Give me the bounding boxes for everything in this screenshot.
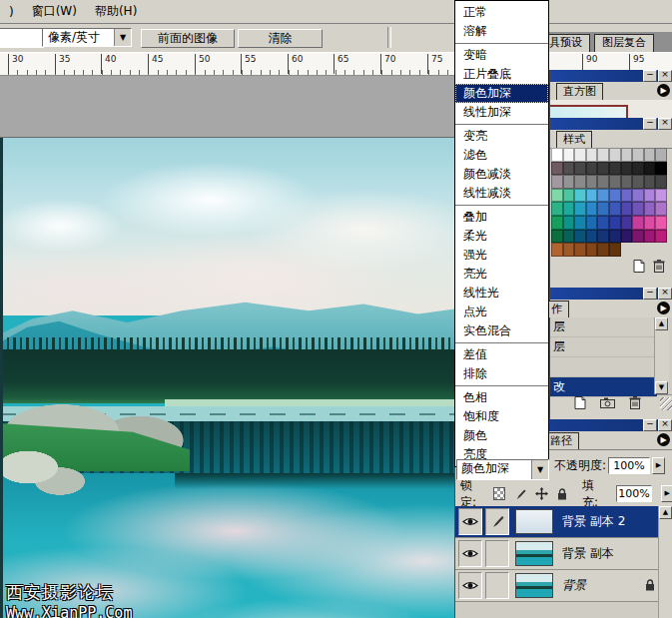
chevron-down-icon[interactable]: ▼: [114, 29, 131, 46]
blend-mode-option[interactable]: 线性加深: [455, 103, 548, 122]
panel-menu-icon[interactable]: ▶: [657, 302, 670, 314]
camera-icon[interactable]: [600, 397, 615, 408]
panel-resize-grip[interactable]: [660, 397, 672, 410]
swatch[interactable]: [586, 243, 598, 257]
swatch[interactable]: [574, 216, 586, 230]
swatch[interactable]: [574, 162, 586, 176]
swatch[interactable]: [655, 175, 667, 189]
panel-menu-icon[interactable]: ▶: [657, 433, 670, 446]
swatch[interactable]: [621, 202, 633, 216]
scroll-up-icon[interactable]: ▲: [659, 506, 672, 519]
history-item[interactable]: [550, 357, 657, 377]
blend-mode-option[interactable]: 排除: [455, 364, 548, 383]
blend-mode-option[interactable]: 颜色加深: [455, 84, 548, 103]
clear-button[interactable]: 清除: [238, 29, 323, 48]
new-document-icon[interactable]: [574, 396, 586, 409]
swatch[interactable]: [644, 230, 656, 244]
blend-mode-option[interactable]: 正常: [455, 3, 548, 22]
layer-thumbnail[interactable]: [515, 573, 553, 598]
tab-histogram[interactable]: 直方图: [556, 83, 603, 100]
swatch[interactable]: [609, 162, 621, 176]
swatch[interactable]: [563, 202, 575, 216]
swatch[interactable]: [632, 202, 644, 216]
blend-mode-option[interactable]: 变暗: [455, 46, 548, 65]
blend-mode-option[interactable]: 柔光: [455, 227, 548, 246]
swatch[interactable]: [574, 230, 586, 244]
swatch[interactable]: [632, 148, 644, 162]
blend-mode-option[interactable]: 线性光: [455, 284, 548, 303]
swatch[interactable]: [609, 189, 621, 203]
visibility-eye-icon[interactable]: [458, 540, 482, 567]
front-image-button[interactable]: 前面的图像: [141, 29, 235, 48]
chevron-down-icon[interactable]: ▼: [531, 460, 548, 479]
swatch[interactable]: [563, 162, 575, 176]
lock-all-icon[interactable]: [557, 488, 567, 500]
blend-mode-option[interactable]: 叠加: [455, 208, 548, 227]
swatch[interactable]: [609, 202, 621, 216]
swatch[interactable]: [586, 175, 598, 189]
blend-mode-option[interactable]: 饱和度: [455, 407, 548, 426]
swatch[interactable]: [621, 148, 633, 162]
swatch[interactable]: [644, 189, 656, 203]
swatch[interactable]: [644, 202, 656, 216]
scroll-down-icon[interactable]: ▼: [655, 381, 668, 394]
swatch[interactable]: [621, 230, 633, 244]
swatch[interactable]: [574, 202, 586, 216]
swatch[interactable]: [609, 175, 621, 189]
swatch[interactable]: [586, 230, 598, 244]
opacity-value[interactable]: 100%: [608, 457, 650, 474]
swatch[interactable]: [586, 162, 598, 176]
history-item[interactable]: 层: [550, 317, 657, 337]
swatch[interactable]: [586, 202, 598, 216]
swatch[interactable]: [597, 175, 609, 189]
swatch[interactable]: [597, 148, 609, 162]
blend-mode-option[interactable]: 亮光: [455, 265, 548, 284]
new-swatch-icon[interactable]: [633, 260, 645, 273]
swatch[interactable]: [574, 148, 586, 162]
visibility-eye-icon[interactable]: [458, 572, 482, 599]
panel-menu-icon[interactable]: ▶: [657, 84, 670, 97]
layer-row[interactable]: 背景 副本 2: [455, 506, 672, 538]
swatch[interactable]: [563, 230, 575, 244]
swatch[interactable]: [597, 202, 609, 216]
tab-layer-comps[interactable]: 图层复合: [594, 34, 654, 52]
blend-mode-option[interactable]: 线性减淡: [455, 184, 548, 203]
swatch[interactable]: [597, 189, 609, 203]
scroll-up-icon[interactable]: ▲: [655, 317, 668, 330]
swatch[interactable]: [655, 230, 667, 244]
swatch[interactable]: [563, 189, 575, 203]
swatch[interactable]: [551, 202, 563, 216]
swatch[interactable]: [644, 175, 656, 189]
blend-mode-combobox[interactable]: 颜色加深 ▼: [456, 459, 549, 480]
swatch[interactable]: [586, 189, 598, 203]
minimize-icon[interactable]: −: [643, 288, 657, 300]
close-icon[interactable]: ×: [658, 419, 672, 431]
trash-icon[interactable]: [653, 260, 665, 273]
swatch[interactable]: [563, 175, 575, 189]
swatch[interactable]: [621, 162, 633, 176]
swatch[interactable]: [586, 148, 598, 162]
swatch[interactable]: [563, 148, 575, 162]
blend-mode-option[interactable]: 实色混合: [455, 321, 548, 340]
layer-row[interactable]: 背景: [455, 570, 672, 602]
close-icon[interactable]: ×: [658, 118, 672, 130]
opacity-spinner-icon[interactable]: ▶: [652, 457, 665, 474]
trash-icon[interactable]: [629, 396, 641, 409]
layer-thumbnail[interactable]: [515, 509, 553, 534]
swatch[interactable]: [609, 230, 621, 244]
swatch[interactable]: [632, 216, 644, 230]
blend-mode-option[interactable]: 强光: [455, 246, 548, 265]
swatch[interactable]: [597, 216, 609, 230]
swatch[interactable]: [655, 216, 667, 230]
swatch[interactable]: [655, 189, 667, 203]
blend-mode-option[interactable]: 颜色: [455, 426, 548, 445]
blend-mode-option[interactable]: 滤色: [455, 146, 548, 165]
swatch[interactable]: [644, 148, 656, 162]
blend-mode-option[interactable]: 差值: [455, 345, 548, 364]
close-icon[interactable]: ×: [658, 70, 672, 82]
swatch[interactable]: [597, 162, 609, 176]
swatch[interactable]: [551, 216, 563, 230]
swatch[interactable]: [574, 243, 586, 257]
swatch[interactable]: [597, 243, 609, 257]
swatch[interactable]: [644, 216, 656, 230]
